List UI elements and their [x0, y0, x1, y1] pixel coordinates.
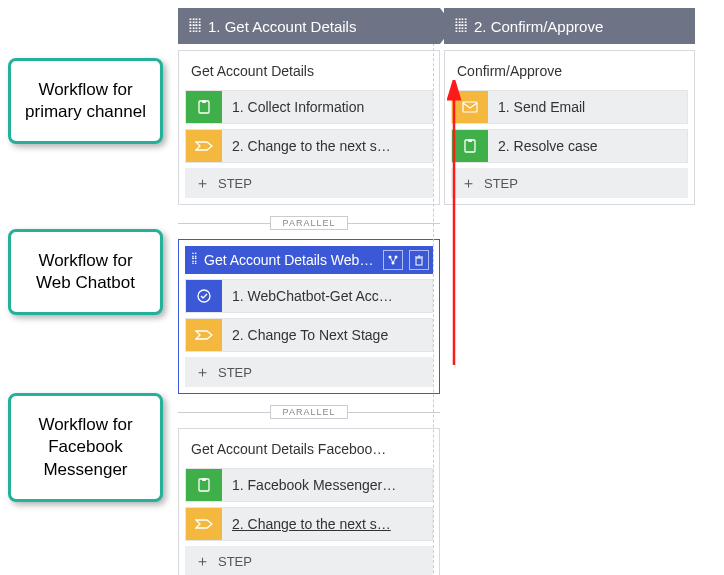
svg-rect-15 [463, 102, 477, 112]
stage-header-1[interactable]: ⠿⠿⠿⠿ 1. Get Account Details [178, 8, 440, 44]
card-title[interactable]: Get Account Details Faceboo… [185, 435, 433, 463]
process-card-facebook[interactable]: Get Account Details Faceboo… 1. Facebook… [178, 428, 440, 575]
clipboard-icon [186, 469, 222, 501]
step-change-next-stage[interactable]: 2. Change to the next s… [185, 507, 433, 541]
card-title-selected[interactable]: ⠿⠿ Get Account Details WebChat [185, 246, 433, 274]
step-label: 2. Change To Next Stage [222, 319, 432, 351]
plus-icon: ＋ [195, 363, 210, 382]
drag-handle-icon[interactable]: ⠿⠿ [189, 253, 198, 267]
plus-icon: ＋ [461, 174, 476, 193]
drag-handle-icon[interactable]: ⠿⠿⠿⠿ [188, 20, 200, 32]
step-webchatbot-get-account[interactable]: 1. WebChatbot-Get Acc… [185, 279, 433, 313]
step-change-next-stage[interactable]: 2. Change To Next Stage [185, 318, 433, 352]
email-icon [452, 91, 488, 123]
parallel-separator: PARALLEL [178, 213, 440, 233]
process-card-confirm[interactable]: Confirm/Approve 1. Send Email 2. Resolve… [444, 50, 695, 205]
clipboard-icon [186, 91, 222, 123]
svg-marker-3 [196, 142, 212, 150]
step-send-email[interactable]: 1. Send Email [451, 90, 688, 124]
step-collect-information[interactable]: 1. Collect Information [185, 90, 433, 124]
check-circle-icon [186, 280, 222, 312]
add-step-button[interactable]: ＋ STEP [185, 357, 433, 387]
step-label: 1. Collect Information [222, 91, 432, 123]
stage-header-2[interactable]: ⠿⠿⠿⠿ 2. Confirm/Approve [444, 8, 695, 44]
svg-rect-13 [202, 478, 206, 481]
label-web-chatbot: Workflow for Web Chatbot [8, 229, 163, 315]
stage-header-2-label: 2. Confirm/Approve [474, 18, 603, 35]
arrow-tag-icon [186, 319, 222, 351]
add-step-button[interactable]: ＋ STEP [451, 168, 688, 198]
add-step-button[interactable]: ＋ STEP [185, 168, 433, 198]
branch-icon[interactable] [383, 250, 403, 270]
svg-marker-14 [196, 520, 212, 528]
svg-marker-11 [196, 331, 212, 339]
plus-icon: ＋ [195, 174, 210, 193]
svg-rect-2 [202, 100, 206, 103]
label-primary-channel: Workflow for primary channel [8, 58, 163, 144]
svg-point-10 [198, 290, 210, 302]
arrow-tag-icon [186, 508, 222, 540]
step-label: 2. Change to the next s… [222, 130, 432, 162]
plus-icon: ＋ [195, 552, 210, 571]
drag-handle-icon[interactable]: ⠿⠿⠿⠿ [454, 20, 466, 32]
process-card-primary[interactable]: Get Account Details 1. Collect Informati… [178, 50, 440, 205]
step-label: 2. Change to the next s… [222, 508, 432, 540]
add-step-button[interactable]: ＋ STEP [185, 546, 433, 575]
step-change-next-stage[interactable]: 2. Change to the next s… [185, 129, 433, 163]
step-label: 1. Send Email [488, 91, 687, 123]
stage-header-1-label: 1. Get Account Details [208, 18, 356, 35]
delete-icon[interactable] [409, 250, 429, 270]
card-title[interactable]: Get Account Details [185, 57, 433, 85]
card-title[interactable]: Confirm/Approve [451, 57, 688, 85]
svg-rect-7 [416, 258, 422, 265]
step-resolve-case[interactable]: 2. Resolve case [451, 129, 688, 163]
clipboard-icon [452, 130, 488, 162]
step-label: 1. Facebook Messenger… [222, 469, 432, 501]
step-label: 2. Resolve case [488, 130, 687, 162]
svg-rect-17 [468, 139, 472, 142]
process-card-webchat[interactable]: ⠿⠿ Get Account Details WebChat 1. WebCha… [178, 239, 440, 394]
arrow-tag-icon [186, 130, 222, 162]
label-facebook-messenger: Workflow for Facebook Messenger [8, 393, 163, 501]
step-facebook-messenger[interactable]: 1. Facebook Messenger… [185, 468, 433, 502]
parallel-separator: PARALLEL [178, 402, 440, 422]
step-label: 1. WebChatbot-Get Acc… [222, 280, 432, 312]
